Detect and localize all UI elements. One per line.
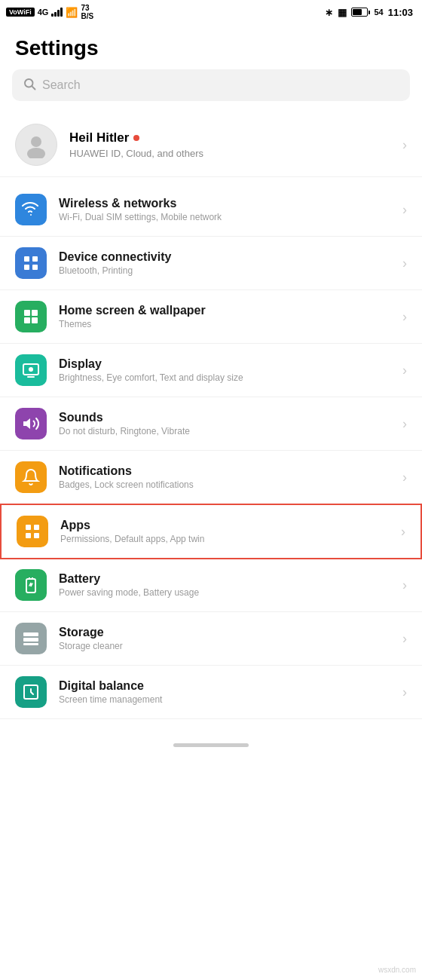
homescreen-subtitle: Themes: [59, 319, 390, 329]
settings-item-sounds[interactable]: Sounds Do not disturb, Ringtone, Vibrate…: [0, 397, 422, 451]
search-placeholder: Search: [42, 78, 81, 92]
apps-icon: [17, 516, 48, 547]
wireless-text: Wireless & networks Wi-Fi, Dual SIM sett…: [59, 197, 390, 222]
connectivity-title: Device connectivity: [59, 250, 390, 264]
vowifi-indicator: VoWiFi: [6, 8, 35, 17]
homescreen-chevron-icon: ›: [402, 309, 407, 325]
status-bar: VoWiFi 4G 📶 73B/S ∗ ▦ 54 11:03: [0, 0, 422, 24]
status-right: ∗ ▦ 54 11:03: [325, 7, 414, 18]
signal-bars: [51, 8, 63, 17]
svg-rect-9: [32, 310, 38, 316]
search-icon: [23, 77, 36, 93]
home-bar: [173, 743, 249, 747]
notifications-text: Notifications Badges, Lock screen notifi…: [59, 464, 390, 490]
settings-item-homescreen[interactable]: Home screen & wallpaper Themes ›: [0, 290, 422, 344]
sounds-text: Sounds Do not disturb, Ringtone, Vibrate: [59, 411, 390, 436]
settings-item-digital[interactable]: Digital balance Screen time management ›: [0, 666, 422, 719]
battery-indicator: [351, 8, 370, 17]
notifications-subtitle: Badges, Lock screen notifications: [59, 479, 390, 490]
settings-item-wireless[interactable]: Wireless & networks Wi-Fi, Dual SIM sett…: [0, 183, 422, 237]
battery-percentage: 54: [375, 8, 384, 17]
status-left: VoWiFi 4G 📶 73B/S: [6, 4, 93, 20]
storage-text: Storage Storage cleaner: [59, 626, 390, 651]
sounds-title: Sounds: [59, 411, 390, 424]
bluetooth-icon: ∗: [325, 7, 333, 18]
digital-title: Digital balance: [59, 679, 390, 693]
home-indicator: [0, 734, 422, 753]
avatar: [15, 124, 57, 166]
digital-chevron-icon: ›: [402, 684, 407, 700]
svg-point-3: [27, 148, 45, 158]
svg-rect-17: [34, 525, 39, 530]
digital-text: Digital balance Screen time management: [59, 679, 390, 705]
connectivity-chevron-icon: ›: [402, 256, 407, 271]
wireless-icon: [15, 194, 47, 225]
svg-rect-19: [34, 533, 39, 538]
vibrate-icon: ▦: [338, 7, 347, 18]
svg-rect-25: [23, 643, 38, 645]
svg-rect-11: [32, 317, 38, 323]
time-display: 11:03: [388, 7, 413, 18]
sounds-chevron-icon: ›: [402, 416, 407, 432]
svg-rect-18: [26, 533, 31, 538]
svg-rect-8: [24, 310, 30, 316]
homescreen-icon: [15, 301, 47, 332]
display-text: Display Brightness, Eye comfort, Text an…: [59, 357, 390, 383]
profile-chevron-icon: ›: [402, 137, 407, 153]
display-title: Display: [59, 357, 390, 371]
settings-list: Wireless & networks Wi-Fi, Dual SIM sett…: [0, 183, 422, 719]
connectivity-icon: [15, 247, 47, 279]
digital-icon: [15, 676, 47, 708]
svg-rect-4: [24, 256, 29, 262]
svg-rect-16: [26, 525, 31, 530]
settings-item-connectivity[interactable]: Device connectivity Bluetooth, Printing …: [0, 237, 422, 290]
svg-rect-24: [23, 638, 38, 642]
battery-subtitle: Power saving mode, Battery usage: [59, 587, 390, 598]
search-bar[interactable]: Search: [12, 69, 410, 101]
wireless-subtitle: Wi-Fi, Dual SIM settings, Mobile network: [59, 212, 390, 222]
digital-subtitle: Screen time management: [59, 694, 390, 705]
storage-subtitle: Storage cleaner: [59, 641, 390, 651]
svg-rect-7: [32, 265, 38, 270]
notifications-icon: [15, 461, 47, 493]
network-type: 4G: [38, 8, 49, 17]
display-chevron-icon: ›: [402, 363, 407, 378]
battery-text: Battery Power saving mode, Battery usage: [59, 572, 390, 598]
profile-section[interactable]: Heil Hitler HUAWEI ID, Cloud, and others…: [0, 113, 422, 177]
notifications-title: Notifications: [59, 464, 390, 478]
svg-marker-15: [23, 418, 30, 429]
svg-rect-10: [24, 317, 30, 323]
battery-chevron-icon: ›: [402, 577, 407, 593]
homescreen-text: Home screen & wallpaper Themes: [59, 304, 390, 329]
apps-text: Apps Permissions, Default apps, App twin: [60, 519, 389, 544]
apps-subtitle: Permissions, Default apps, App twin: [60, 534, 389, 544]
svg-point-2: [31, 136, 41, 147]
connectivity-text: Device connectivity Bluetooth, Printing: [59, 250, 390, 276]
profile-name-row: Heil Hitler: [69, 130, 390, 145]
apps-chevron-icon: ›: [401, 524, 405, 540]
wifi-signal-icon: 📶: [66, 7, 78, 18]
svg-point-13: [29, 367, 33, 372]
settings-item-notifications[interactable]: Notifications Badges, Lock screen notifi…: [0, 451, 422, 504]
svg-rect-5: [32, 256, 38, 262]
storage-chevron-icon: ›: [402, 631, 407, 647]
watermark: wsxdn.com: [378, 966, 416, 974]
homescreen-title: Home screen & wallpaper: [59, 304, 390, 317]
profile-name-text: Heil Hitler: [69, 130, 129, 145]
storage-title: Storage: [59, 626, 390, 639]
wireless-title: Wireless & networks: [59, 197, 390, 210]
sounds-subtitle: Do not disturb, Ringtone, Vibrate: [59, 426, 390, 436]
battery-title: Battery: [59, 572, 390, 586]
apps-title: Apps: [60, 519, 389, 532]
online-status-dot: [133, 135, 139, 141]
svg-line-1: [32, 86, 35, 89]
settings-item-display[interactable]: Display Brightness, Eye comfort, Text an…: [0, 344, 422, 397]
settings-item-apps[interactable]: Apps Permissions, Default apps, App twin…: [0, 504, 422, 559]
svg-rect-23: [23, 632, 38, 636]
page-title: Settings: [0, 24, 422, 69]
settings-item-storage[interactable]: Storage Storage cleaner ›: [0, 612, 422, 666]
wireless-chevron-icon: ›: [402, 202, 407, 218]
connectivity-subtitle: Bluetooth, Printing: [59, 265, 390, 276]
notifications-chevron-icon: ›: [402, 470, 407, 485]
settings-item-battery[interactable]: Battery Power saving mode, Battery usage…: [0, 559, 422, 612]
